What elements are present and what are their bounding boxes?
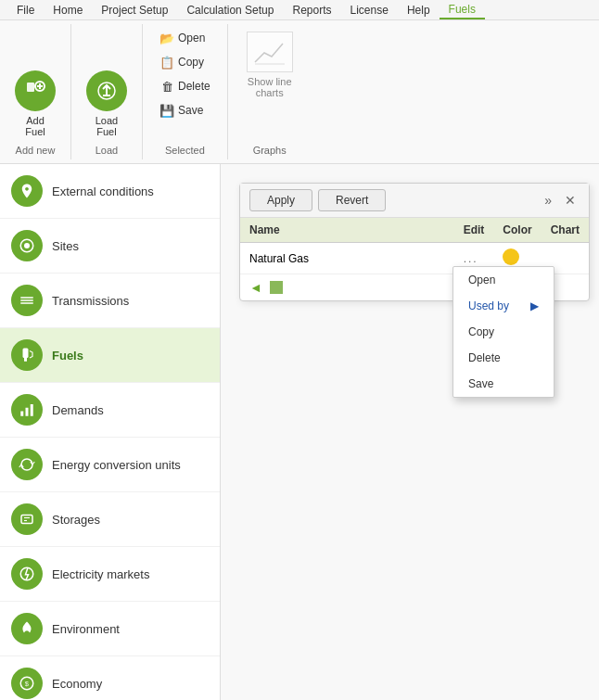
save-label: Save xyxy=(178,104,203,117)
table-header-row: Name Edit Color Chart xyxy=(240,218,589,243)
expand-icon[interactable]: » xyxy=(541,191,555,210)
electricity-markets-icon xyxy=(11,558,43,590)
context-open-label: Open xyxy=(468,274,495,286)
sites-icon xyxy=(11,230,43,261)
svg-text:$: $ xyxy=(25,680,30,688)
svg-rect-18 xyxy=(21,515,32,524)
nav-box xyxy=(270,281,283,294)
context-menu-used-by[interactable]: Used by ▶ xyxy=(453,293,554,319)
menu-bar: File Home Project Setup Calculation Setu… xyxy=(0,0,599,20)
menu-calculation-setup[interactable]: Calculation Setup xyxy=(177,2,283,19)
energy-conversion-label: Energy conversion units xyxy=(52,458,181,472)
load-group-label: Load xyxy=(96,141,118,156)
external-conditions-label: External conditions xyxy=(52,185,154,198)
color-swatch[interactable] xyxy=(503,248,519,265)
show-line-charts-label: Show linecharts xyxy=(248,76,292,98)
menu-file[interactable]: File xyxy=(7,2,44,19)
context-copy-label: Copy xyxy=(468,325,494,338)
storages-label: Storages xyxy=(52,513,100,527)
context-used-by-label: Used by xyxy=(468,299,509,312)
load-fuel-button[interactable]: LoadFuel xyxy=(81,67,133,141)
sidebar-item-storages[interactable]: Storages xyxy=(0,492,220,547)
economy-icon: $ xyxy=(11,668,43,699)
col-chart: Chart xyxy=(542,218,589,243)
show-line-charts-button[interactable]: Show linecharts xyxy=(237,28,302,102)
fuels-label: Fuels xyxy=(52,349,83,363)
sidebar-item-energy-conversion[interactable]: Energy conversion units xyxy=(0,438,220,492)
delete-button[interactable]: 🗑 Delete xyxy=(152,76,218,96)
menu-reports[interactable]: Reports xyxy=(283,2,340,19)
open-icon: 📂 xyxy=(159,31,174,45)
sidebar: External conditions Sites Transmissions … xyxy=(0,164,221,700)
menu-help[interactable]: Help xyxy=(398,2,440,19)
svg-rect-15 xyxy=(20,412,23,416)
submenu-arrow-icon: ▶ xyxy=(530,299,539,312)
delete-icon: 🗑 xyxy=(159,79,174,94)
sidebar-item-economy[interactable]: $ Economy xyxy=(0,656,220,700)
open-label: Open xyxy=(178,32,205,45)
electricity-markets-label: Electricity markets xyxy=(52,567,149,581)
toolbar-selected-buttons: 📂 Open 📋 Copy 🗑 Delete 💾 Save xyxy=(152,28,218,121)
add-new-group-label: Add new xyxy=(16,141,56,156)
menu-home[interactable]: Home xyxy=(44,2,92,19)
toolbar-load-buttons: LoadFuel xyxy=(81,28,133,141)
toolbar-group-add-new: AddFuel Add new xyxy=(0,24,71,159)
delete-label: Delete xyxy=(178,80,210,93)
add-fuel-button[interactable]: AddFuel xyxy=(9,67,61,141)
col-name: Name xyxy=(240,218,454,243)
sites-label: Sites xyxy=(52,239,79,253)
toolbar-group-load: LoadFuel Load xyxy=(71,24,143,159)
svg-point-9 xyxy=(24,243,30,248)
environment-label: Environment xyxy=(52,622,120,636)
toolbar-group-graphs: Show linecharts Graphs xyxy=(228,24,312,159)
context-menu-save[interactable]: Save xyxy=(453,371,554,397)
context-delete-label: Delete xyxy=(468,351,501,364)
demands-label: Demands xyxy=(52,403,104,417)
sidebar-item-environment[interactable]: Environment xyxy=(0,602,220,656)
menu-license[interactable]: License xyxy=(341,2,398,19)
add-fuel-icon xyxy=(15,70,56,111)
fuels-icon xyxy=(11,339,43,371)
menu-project-setup[interactable]: Project Setup xyxy=(92,2,177,19)
sidebar-item-transmissions[interactable]: Transmissions xyxy=(0,274,220,328)
svg-rect-16 xyxy=(26,408,29,416)
row-actions-menu[interactable]: ... xyxy=(464,252,478,265)
panel-expand-group: » ✕ xyxy=(541,191,580,210)
sidebar-item-external-conditions[interactable]: External conditions xyxy=(0,164,220,219)
sidebar-item-electricity-markets[interactable]: Electricity markets xyxy=(0,547,220,602)
save-button[interactable]: 💾 Save xyxy=(152,100,218,121)
toolbar-add-new-buttons: AddFuel xyxy=(9,28,61,141)
economy-label: Economy xyxy=(52,677,102,691)
toolbar-group-selected: 📂 Open 📋 Copy 🗑 Delete 💾 Save Selected xyxy=(143,24,228,159)
sidebar-item-sites[interactable]: Sites xyxy=(0,219,220,274)
sidebar-item-fuels[interactable]: Fuels xyxy=(0,328,220,383)
context-menu: Open Used by ▶ Copy Delete Save xyxy=(452,266,554,398)
energy-conversion-icon xyxy=(11,449,43,480)
selected-group-label: Selected xyxy=(165,141,205,156)
nav-arrow-icon[interactable]: ◄ xyxy=(249,280,262,295)
svg-rect-13 xyxy=(23,349,29,359)
open-button[interactable]: 📂 Open xyxy=(152,28,218,48)
content-area: Apply Revert » ✕ Name Edit Color Chart xyxy=(221,164,599,700)
svg-rect-14 xyxy=(24,358,27,362)
transmissions-label: Transmissions xyxy=(52,294,129,308)
load-fuel-label: LoadFuel xyxy=(96,115,118,137)
apply-button[interactable]: Apply xyxy=(249,189,312,211)
main-layout: External conditions Sites Transmissions … xyxy=(0,164,599,700)
context-menu-open[interactable]: Open xyxy=(453,267,554,293)
context-menu-delete[interactable]: Delete xyxy=(453,345,554,371)
context-menu-copy[interactable]: Copy xyxy=(453,319,554,345)
copy-label: Copy xyxy=(178,56,204,69)
panel-toolbar: Apply Revert » ✕ xyxy=(240,184,589,218)
graph-preview-icon xyxy=(247,32,293,72)
sidebar-item-demands[interactable]: Demands xyxy=(0,383,220,438)
storages-icon xyxy=(11,503,43,535)
close-panel-button[interactable]: ✕ xyxy=(561,191,580,210)
svg-rect-0 xyxy=(27,83,34,92)
graphs-group-label: Graphs xyxy=(253,141,287,156)
svg-rect-17 xyxy=(31,404,33,416)
copy-button[interactable]: 📋 Copy xyxy=(152,52,218,72)
revert-button[interactable]: Revert xyxy=(318,189,386,211)
add-fuel-label: AddFuel xyxy=(25,115,45,137)
menu-fuels[interactable]: Fuels xyxy=(440,1,485,19)
